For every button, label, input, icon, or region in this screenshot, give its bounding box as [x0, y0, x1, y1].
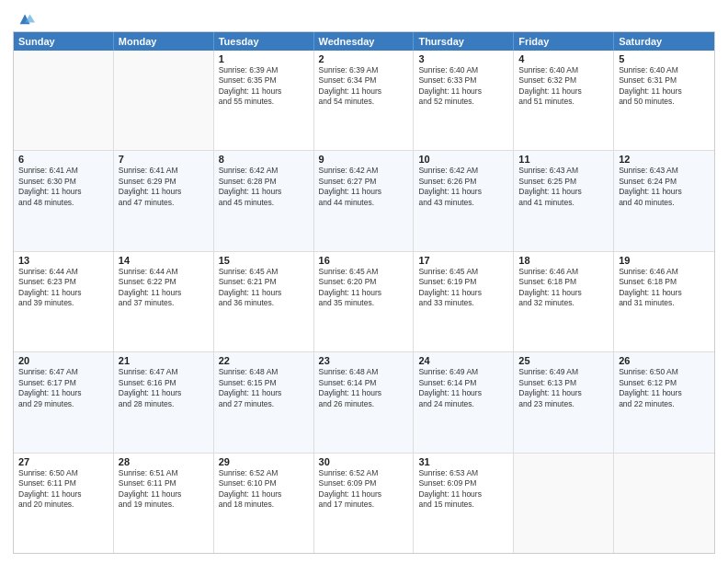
calendar-row: 1Sunrise: 6:39 AMSunset: 6:35 PMDaylight… [14, 51, 714, 151]
sunset-text: Sunset: 6:09 PM [319, 478, 409, 488]
sunrise-text: Sunrise: 6:42 AM [219, 166, 309, 176]
calendar-cell: 18Sunrise: 6:46 AMSunset: 6:18 PMDayligh… [514, 252, 614, 351]
daylight-text: Daylight: 11 hours [319, 86, 409, 97]
day-number: 15 [219, 255, 309, 266]
daylight-text: Daylight: 11 hours [518, 388, 609, 398]
day-number: 21 [119, 355, 209, 366]
sunrise-text: Sunrise: 6:52 AM [319, 468, 409, 478]
calendar-cell: 31Sunrise: 6:53 AMSunset: 6:09 PMDayligh… [414, 454, 514, 553]
sunrise-text: Sunrise: 6:48 AM [219, 367, 309, 377]
sunset-text: Sunset: 6:21 PM [219, 277, 309, 287]
calendar-cell: 10Sunrise: 6:42 AMSunset: 6:26 PMDayligh… [414, 151, 514, 250]
day-number: 30 [319, 456, 409, 467]
daylight-text: Daylight: 11 hours [219, 489, 309, 500]
weekday-header: Wednesday [314, 32, 415, 51]
weekday-header: Saturday [614, 32, 714, 51]
calendar-cell: 26Sunrise: 6:50 AMSunset: 6:12 PMDayligh… [614, 352, 714, 452]
daylight-text-cont: and 45 minutes. [219, 198, 309, 208]
calendar-cell: 17Sunrise: 6:45 AMSunset: 6:19 PMDayligh… [414, 252, 514, 351]
calendar-row: 6Sunrise: 6:41 AMSunset: 6:30 PMDaylight… [14, 151, 714, 251]
daylight-text-cont: and 54 minutes. [319, 97, 409, 107]
header [13, 9, 715, 24]
calendar-cell: 7Sunrise: 6:41 AMSunset: 6:29 PMDaylight… [114, 151, 214, 250]
sunset-text: Sunset: 6:17 PM [18, 378, 108, 388]
sunrise-text: Sunrise: 6:49 AM [518, 367, 609, 377]
sunset-text: Sunset: 6:25 PM [518, 177, 609, 187]
day-number: 10 [418, 154, 508, 165]
calendar-cell: 9Sunrise: 6:42 AMSunset: 6:27 PMDaylight… [314, 151, 415, 250]
sunrise-text: Sunrise: 6:43 AM [518, 166, 609, 176]
daylight-text: Daylight: 11 hours [619, 388, 710, 398]
daylight-text-cont: and 24 minutes. [418, 399, 508, 409]
calendar-cell: 16Sunrise: 6:45 AMSunset: 6:20 PMDayligh… [314, 252, 415, 351]
daylight-text-cont: and 50 minutes. [619, 97, 710, 107]
daylight-text: Daylight: 11 hours [319, 288, 409, 298]
day-number: 16 [319, 255, 409, 266]
sunrise-text: Sunrise: 6:39 AM [319, 65, 409, 75]
sunrise-text: Sunrise: 6:49 AM [418, 367, 508, 377]
daylight-text-cont: and 28 minutes. [119, 399, 209, 409]
sunrise-text: Sunrise: 6:53 AM [418, 468, 508, 478]
day-number: 20 [18, 355, 108, 366]
sunrise-text: Sunrise: 6:50 AM [619, 367, 710, 377]
calendar-cell: 14Sunrise: 6:44 AMSunset: 6:22 PMDayligh… [114, 252, 214, 351]
daylight-text: Daylight: 11 hours [619, 288, 710, 298]
sunrise-text: Sunrise: 6:46 AM [518, 267, 609, 277]
calendar-cell: 15Sunrise: 6:45 AMSunset: 6:21 PMDayligh… [214, 252, 314, 351]
sunrise-text: Sunrise: 6:52 AM [219, 468, 309, 478]
calendar-cell: 5Sunrise: 6:40 AMSunset: 6:31 PMDaylight… [614, 51, 714, 150]
sunrise-text: Sunrise: 6:40 AM [518, 65, 609, 75]
daylight-text-cont: and 29 minutes. [18, 399, 108, 409]
calendar: SundayMondayTuesdayWednesdayThursdayFrid… [13, 31, 715, 554]
sunset-text: Sunset: 6:26 PM [418, 177, 508, 187]
daylight-text-cont: and 31 minutes. [619, 298, 710, 308]
daylight-text: Daylight: 11 hours [18, 388, 108, 398]
daylight-text: Daylight: 11 hours [219, 288, 309, 298]
day-number: 25 [518, 355, 609, 366]
sunset-text: Sunset: 6:12 PM [619, 378, 710, 388]
sunset-text: Sunset: 6:16 PM [119, 378, 209, 388]
daylight-text: Daylight: 11 hours [518, 187, 609, 197]
day-number: 4 [518, 53, 609, 64]
daylight-text-cont: and 33 minutes. [418, 298, 508, 308]
day-number: 7 [119, 154, 209, 165]
day-number: 27 [18, 456, 108, 467]
weekday-header: Sunday [14, 32, 114, 51]
weekday-header: Thursday [414, 32, 514, 51]
daylight-text: Daylight: 11 hours [219, 388, 309, 398]
calendar-cell: 20Sunrise: 6:47 AMSunset: 6:17 PMDayligh… [14, 352, 114, 452]
daylight-text: Daylight: 11 hours [418, 288, 508, 298]
sunset-text: Sunset: 6:19 PM [418, 277, 508, 287]
daylight-text: Daylight: 11 hours [418, 187, 508, 197]
daylight-text-cont: and 22 minutes. [619, 399, 710, 409]
calendar-row: 20Sunrise: 6:47 AMSunset: 6:17 PMDayligh… [14, 352, 714, 453]
sunset-text: Sunset: 6:31 PM [619, 75, 710, 86]
sunset-text: Sunset: 6:14 PM [418, 378, 508, 388]
daylight-text-cont: and 39 minutes. [18, 298, 108, 308]
day-number: 2 [319, 53, 409, 64]
calendar-cell: 12Sunrise: 6:43 AMSunset: 6:24 PMDayligh… [614, 151, 714, 250]
daylight-text-cont: and 35 minutes. [319, 298, 409, 308]
calendar-cell [14, 51, 114, 150]
day-number: 26 [619, 355, 710, 366]
day-number: 28 [119, 456, 209, 467]
sunset-text: Sunset: 6:34 PM [319, 75, 409, 86]
logo [13, 9, 35, 24]
sunrise-text: Sunrise: 6:44 AM [119, 267, 209, 277]
calendar-cell: 23Sunrise: 6:48 AMSunset: 6:14 PMDayligh… [314, 352, 415, 452]
sunset-text: Sunset: 6:23 PM [18, 277, 108, 287]
calendar-cell: 3Sunrise: 6:40 AMSunset: 6:33 PMDaylight… [414, 51, 514, 150]
daylight-text: Daylight: 11 hours [619, 187, 710, 197]
daylight-text-cont: and 17 minutes. [319, 500, 409, 510]
daylight-text: Daylight: 11 hours [619, 86, 710, 97]
sunrise-text: Sunrise: 6:45 AM [319, 267, 409, 277]
sunset-text: Sunset: 6:14 PM [319, 378, 409, 388]
sunrise-text: Sunrise: 6:40 AM [418, 65, 508, 75]
sunrise-text: Sunrise: 6:51 AM [119, 468, 209, 478]
calendar-body: 1Sunrise: 6:39 AMSunset: 6:35 PMDaylight… [14, 51, 714, 553]
daylight-text: Daylight: 11 hours [18, 489, 108, 500]
weekday-header: Tuesday [214, 32, 314, 51]
sunset-text: Sunset: 6:33 PM [418, 75, 508, 86]
sunset-text: Sunset: 6:32 PM [518, 75, 609, 86]
day-number: 14 [119, 255, 209, 266]
